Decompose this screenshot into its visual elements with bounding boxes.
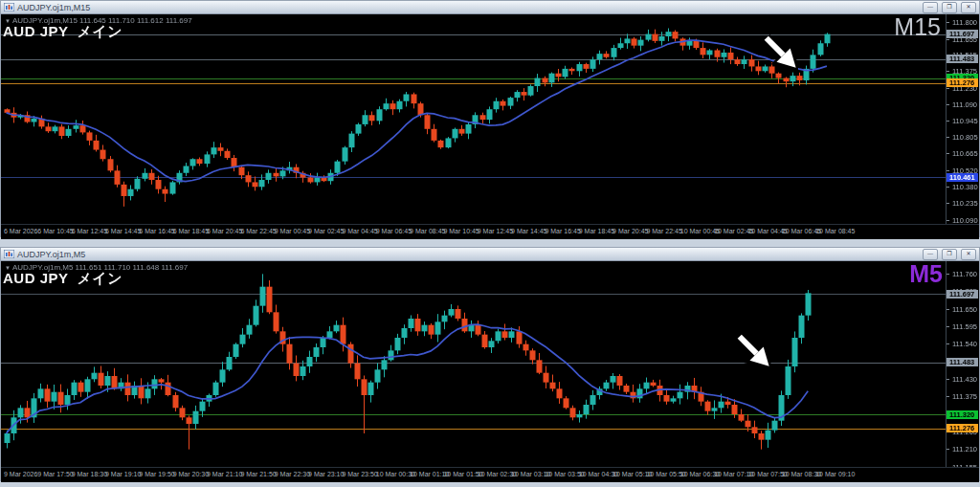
chart-plot-m15[interactable]: ▼AUDJPY.oj1m,M15 111.645 111.710 111.612… — [1, 14, 979, 224]
time-tick-label: 9 Mar 16:45 — [545, 228, 580, 234]
symbol-big-label: AUD JPY メイン — [3, 23, 122, 41]
time-tick-label: 9 Mar 21:10 — [207, 471, 242, 477]
price-tick-label: 111.595 — [947, 322, 977, 331]
price-axis: 111.800111.655111.515111.375111.230111.0… — [946, 14, 979, 224]
price-line-tag: 111.276 — [947, 78, 978, 87]
time-tick-label: 6 Mar 22:45 — [240, 228, 276, 234]
time-axis: 9 Mar 20269 Mar 17:509 Mar 18:309 Mar 19… — [1, 467, 979, 482]
price-tick-label: 110.380 — [947, 183, 978, 191]
arrow-annotation[interactable] — [735, 332, 771, 368]
price-line-tag: 111.483 — [947, 55, 978, 63]
time-tick-label: 6 Mar 16:45 — [139, 228, 174, 234]
price-tick-label: 111.375 — [947, 392, 977, 401]
candlestick-canvas-m5[interactable] — [1, 261, 947, 467]
time-tick-label: 9 Mar 00:45 — [275, 228, 310, 234]
price-tick-label: 111.430 — [947, 375, 977, 384]
chart-window-icon — [4, 250, 14, 258]
time-tick-label: 9 Mar 10:45 — [443, 228, 479, 234]
time-tick-label: 10 Mar 08:45 — [815, 228, 855, 234]
minimize-button[interactable]: — — [923, 2, 938, 13]
time-tick-label: 9 Mar 12:45 — [478, 228, 513, 234]
titlebar-m15[interactable]: AUDJPY.oj1m,M15 — ❐ ✕ — [1, 1, 979, 14]
arrow-annotation[interactable] — [762, 33, 798, 70]
price-tick-label: 110.945 — [947, 117, 978, 125]
price-tick-label: 111.210 — [947, 445, 977, 454]
price-tick-label: 111.760 — [947, 270, 977, 278]
minimize-button[interactable]: — — [923, 249, 938, 260]
price-line-tag: 111.697 — [947, 290, 978, 299]
time-tick-label: 6 Mar 18:45 — [173, 228, 209, 234]
price-line-tag: 111.320 — [947, 410, 978, 419]
time-tick-label: 9 Mar 22:45 — [646, 228, 681, 234]
time-tick-label: 9 Mar 19:10 — [105, 471, 141, 477]
price-tick-label: 110.665 — [947, 149, 978, 158]
chart-window-icon — [4, 3, 14, 11]
time-tick-label: 9 Mar 18:30 — [72, 471, 107, 477]
close-button[interactable]: ✕ — [961, 249, 976, 260]
time-tick-label: 9 Mar 02:45 — [308, 228, 344, 234]
window-title: AUDJPY.oj1m,M15 — [17, 2, 919, 13]
timeframe-watermark: M5 — [909, 261, 943, 286]
time-tick-label: 6 Mar 2026 — [4, 228, 37, 234]
time-tick-label: 9 Mar 06:45 — [376, 228, 412, 234]
restore-button[interactable]: ❐ — [942, 2, 957, 13]
close-button[interactable]: ✕ — [961, 2, 976, 13]
time-axis: 6 Mar 20266 Mar 10:456 Mar 12:456 Mar 14… — [1, 224, 979, 239]
price-tick-label: 110.235 — [947, 199, 978, 208]
time-tick-label: 9 Mar 04:45 — [342, 228, 377, 234]
time-tick-label: 6 Mar 14:45 — [105, 228, 141, 234]
chart-window-m15: AUDJPY.oj1m,M15 — ❐ ✕ ▼AUDJPY.oj1m,M15 1… — [0, 0, 980, 237]
price-tick-label: 111.800 — [947, 18, 977, 27]
time-tick-label: 9 Mar 20:30 — [173, 471, 209, 477]
time-tick-label: 9 Mar 18:45 — [579, 228, 614, 234]
price-tick-label: 111.650 — [947, 305, 977, 314]
titlebar-m5[interactable]: AUDJPY.oj1m,M5 — ❐ ✕ — [1, 248, 979, 261]
time-tick-label: 9 Mar 2026 — [4, 471, 37, 477]
time-tick-label: 9 Mar 08:45 — [410, 228, 445, 234]
time-tick-label: 9 Mar 19:50 — [139, 471, 174, 477]
price-line-tag: 111.697 — [947, 30, 978, 38]
symbol-big-label: AUD JPY メイン — [3, 270, 122, 288]
price-tick-label: 110.805 — [947, 133, 978, 142]
price-line-tag: 111.276 — [947, 424, 978, 432]
price-tick-label: 111.540 — [947, 340, 977, 348]
time-tick-label: 6 Mar 12:45 — [72, 228, 107, 234]
price-line-tag: 111.483 — [947, 358, 978, 366]
candlestick-canvas-m15[interactable] — [1, 14, 947, 224]
time-tick-label: 9 Mar 23:50 — [342, 471, 377, 477]
time-tick-label: 9 Mar 22:30 — [275, 471, 310, 477]
time-tick-label: 6 Mar 10:45 — [37, 228, 73, 234]
time-tick-label: 10 Mar 09:10 — [815, 471, 855, 477]
restore-button[interactable]: ❐ — [942, 249, 957, 260]
time-tick-label: 9 Mar 23:10 — [308, 471, 344, 477]
desktop: { "controls":{"minimize_glyph":"—","rest… — [0, 0, 980, 487]
chart-window-m5: AUDJPY.oj1m,M5 — ❐ ✕ ▼AUDJPY.oj1m,M5 111… — [0, 247, 980, 481]
chart-plot-m5[interactable]: ▼AUDJPY.oj1m,M5 111.651 111.710 111.648 … — [1, 261, 979, 467]
price-axis: 111.760111.705111.650111.595111.540111.4… — [946, 261, 979, 467]
time-tick-label: 6 Mar 20:45 — [207, 228, 242, 234]
time-tick-label: 9 Mar 14:45 — [511, 228, 546, 234]
window-title: AUDJPY.oj1m,M5 — [17, 249, 919, 260]
time-tick-label: 9 Mar 21:50 — [240, 471, 276, 477]
time-tick-label: 9 Mar 17:50 — [37, 471, 73, 477]
time-tick-label: 9 Mar 20:45 — [612, 228, 648, 234]
price-tick-label: 111.090 — [947, 100, 977, 109]
timeframe-watermark: M15 — [894, 14, 941, 39]
price-line-tag: 110.461 — [947, 173, 978, 182]
